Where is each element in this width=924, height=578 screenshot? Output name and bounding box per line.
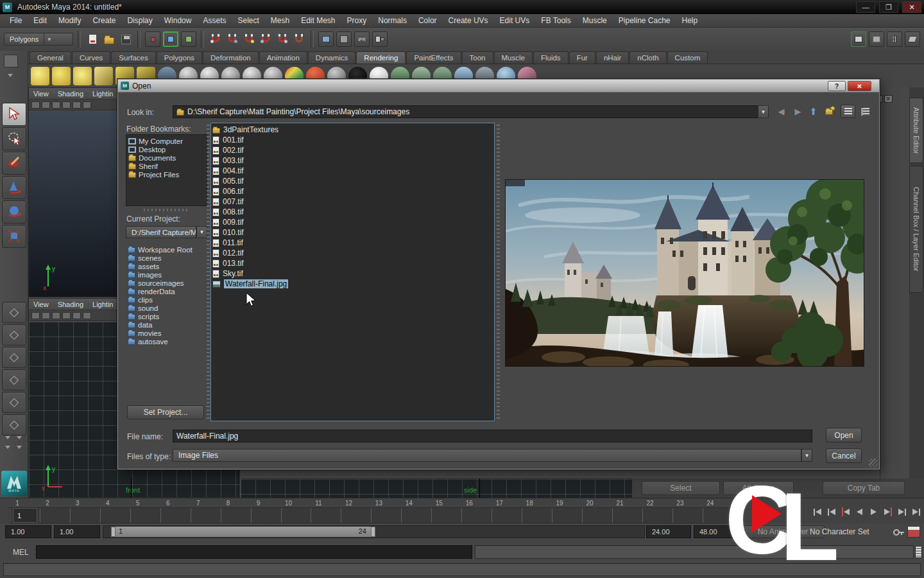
channel-box-spreadsheet-icon[interactable]: [869, 31, 884, 47]
outliner-persp-layout[interactable]: [2, 347, 26, 368]
splitter-handle[interactable]: [144, 209, 189, 211]
snap-projected-icon[interactable]: [259, 32, 273, 46]
workspace-folder-assets[interactable]: assets: [126, 262, 209, 270]
shelf-tab-muscle[interactable]: Muscle: [494, 51, 533, 64]
quick-select-box[interactable]: [4, 55, 18, 67]
point-light-icon[interactable]: [73, 67, 92, 85]
rotate-tool[interactable]: [2, 200, 26, 223]
menu-display[interactable]: Display: [121, 15, 158, 26]
detail-view-icon[interactable]: [858, 105, 873, 118]
file-item-008-tif[interactable]: 008.tif: [211, 207, 494, 217]
camera-attributes-icon[interactable]: [42, 101, 50, 109]
hypershade-persp-layout[interactable]: [2, 392, 26, 413]
menu-pipeline-cache[interactable]: Pipeline Cache: [613, 15, 676, 26]
shelf-tab-dynamics[interactable]: Dynamics: [308, 51, 355, 64]
save-scene-icon[interactable]: [119, 32, 133, 46]
maximize-icon[interactable]: ❐: [879, 1, 898, 13]
move-tool[interactable]: [2, 176, 26, 199]
bookmark-sherif[interactable]: Sherif: [126, 162, 207, 170]
tab-channel-box-layer-editor[interactable]: Channel Box / Layer Editor: [909, 166, 923, 293]
command-line-input[interactable]: [36, 545, 472, 559]
current-project-dropdown[interactable]: D:/Sherif Capture/M: [126, 226, 196, 238]
time-slider[interactable]: 123456789101112131415161718192021222324 …: [0, 498, 924, 523]
go-to-end-button[interactable]: [910, 506, 922, 518]
chevron-down-icon[interactable]: [8, 74, 13, 80]
file-item-012-tif[interactable]: 012.tif: [211, 248, 494, 258]
image-plane-icon[interactable]: [62, 312, 71, 319]
splitter-handle[interactable]: [207, 125, 210, 420]
menu-create[interactable]: Create: [87, 15, 121, 26]
list-view-icon[interactable]: [841, 105, 855, 118]
playback-start-field[interactable]: 1.00: [54, 525, 100, 538]
chevron-down-icon[interactable]: [5, 436, 10, 442]
workspace-folder-clips[interactable]: clips: [126, 295, 209, 304]
workspace-folder-workspace-root[interactable]: Workspace Root: [126, 245, 209, 254]
tab-attribute-editor[interactable]: Attribute Editor: [909, 98, 923, 163]
play-backwards-button[interactable]: [853, 506, 866, 518]
panel-menu-view[interactable]: View: [29, 90, 53, 98]
ambient-light-icon[interactable]: [31, 67, 49, 85]
panel-menu-shading[interactable]: Shading: [53, 301, 88, 308]
menu-edit-mesh[interactable]: Edit Mesh: [295, 15, 341, 26]
camera-icon[interactable]: [31, 312, 40, 319]
splitter-handle[interactable]: [497, 125, 500, 420]
render-settings-icon[interactable]: [372, 31, 388, 47]
forward-icon[interactable]: ▶: [791, 105, 805, 118]
tool-settings-icon[interactable]: ⁞: [887, 31, 902, 47]
panel-menu-shading[interactable]: Shading: [53, 90, 88, 98]
panel-menu-view[interactable]: View: [29, 301, 53, 308]
animation-end-field[interactable]: 48.00: [694, 525, 739, 538]
file-item-waterfall-final-jpg[interactable]: Waterfall-Final.jpg: [211, 279, 494, 289]
file-item-004-tif[interactable]: 004.tif: [211, 166, 494, 176]
snap-curve-icon[interactable]: [225, 32, 239, 46]
animation-preferences-icon[interactable]: [907, 526, 920, 538]
snap-view-plane-icon[interactable]: [275, 32, 289, 46]
menu-select[interactable]: Select: [232, 15, 264, 26]
close-icon[interactable]: ✕: [902, 1, 921, 13]
file-item-011-tif[interactable]: 011.tif: [211, 238, 494, 248]
open-button[interactable]: Open: [826, 428, 862, 442]
new-scene-icon[interactable]: [85, 32, 99, 46]
viewport-bottom-strip[interactable]: [241, 478, 632, 498]
help-icon[interactable]: ?: [828, 81, 846, 91]
files-of-type-dropdown[interactable]: Image Files: [173, 449, 801, 462]
scale-tool[interactable]: [2, 225, 26, 248]
camera-attributes-icon[interactable]: [42, 312, 50, 319]
workspace-folder-scripts[interactable]: scripts: [126, 312, 209, 320]
lasso-tool[interactable]: [2, 127, 26, 150]
resize-grip[interactable]: [869, 459, 878, 468]
chevron-down-icon[interactable]: [17, 436, 22, 442]
menu-create-uvs[interactable]: Create UVs: [443, 15, 494, 26]
two-sided-lighting-icon[interactable]: [73, 101, 81, 109]
spot-light-icon[interactable]: [94, 67, 113, 85]
menu-proxy[interactable]: Proxy: [341, 15, 373, 26]
wireframe-on-shaded-icon[interactable]: [83, 101, 91, 109]
minimize-icon[interactable]: —: [856, 1, 875, 13]
file-item-003-tif[interactable]: 003.tif: [211, 155, 494, 166]
close-panel-icon[interactable]: ✕: [884, 95, 893, 103]
render-view-icon[interactable]: [318, 31, 334, 47]
menu-file[interactable]: File: [4, 15, 28, 26]
bookmark-desktop[interactable]: Desktop: [126, 145, 207, 153]
script-editor-icon[interactable]: [915, 546, 922, 558]
menu-help[interactable]: Help: [676, 15, 704, 26]
attribute-editor-icon[interactable]: [905, 31, 920, 47]
select-tool[interactable]: [2, 103, 26, 126]
range-slider-bar[interactable]: 1 24: [111, 527, 375, 537]
shelf-tab-rendering[interactable]: Rendering: [356, 51, 406, 64]
snap-grid-icon[interactable]: [209, 32, 223, 46]
menu-fb-tools[interactable]: FB Tools: [535, 15, 576, 26]
file-name-input[interactable]: Waterfall-Final.jpg: [173, 430, 812, 442]
shelf-tab-curves[interactable]: Curves: [72, 51, 110, 64]
current-frame-indicator[interactable]: 1: [13, 508, 37, 523]
path-dropdown-icon[interactable]: ▼: [758, 105, 769, 118]
file-item-005-tif[interactable]: 005.tif: [211, 176, 494, 186]
file-item-3dpainttextures[interactable]: 3dPaintTextures: [211, 125, 494, 135]
highlight-selection-icon[interactable]: [145, 31, 160, 47]
workspace-folder-sound[interactable]: sound: [126, 304, 209, 312]
step-back-key-button[interactable]: [839, 506, 851, 518]
file-item-006-tif[interactable]: 006.tif: [211, 186, 494, 197]
step-forward-frame-button[interactable]: [896, 506, 908, 518]
file-item-013-tif[interactable]: 013.tif: [211, 258, 494, 268]
component-mode-icon[interactable]: [181, 31, 196, 47]
